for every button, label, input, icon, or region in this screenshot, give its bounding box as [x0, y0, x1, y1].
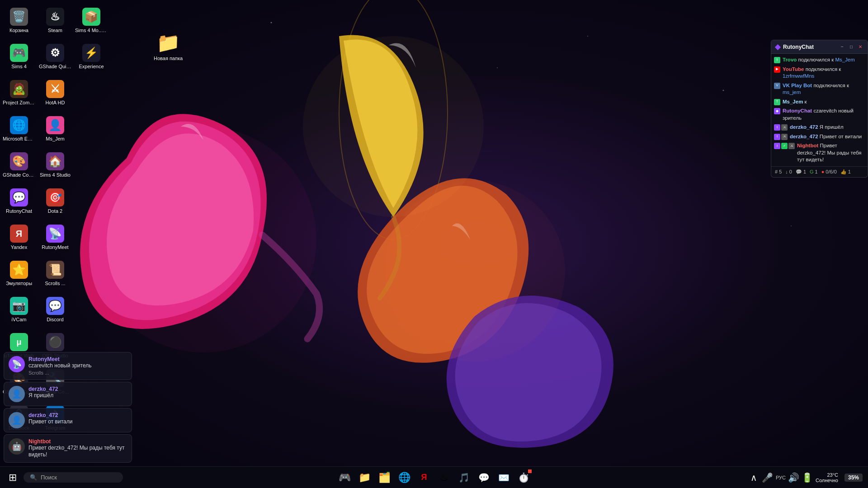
chat-badges-rutony-system: ◆ — [774, 108, 780, 114]
desktop-icon-msjem[interactable]: 👤 Ms_Jem — [38, 112, 72, 146]
desktop-icon-steam[interactable]: ♨ Steam — [38, 4, 72, 38]
rutony-chat-footer: # 5 ↓ 0 💬 1 G 1 ● 0/6/0 👍 1 — [771, 166, 868, 177]
desktop-icon-gshade-cp[interactable]: 🎨 GShade Control Panel — [2, 148, 36, 183]
taskbar-search[interactable]: 🔍 Поиск — [24, 472, 123, 483]
footer-down: ↓ 0 — [785, 169, 792, 174]
tray-mic-icon[interactable]: 🎤 — [762, 472, 773, 483]
desktop-icon-edge[interactable]: 🌐 Microsoft Edge — [2, 112, 36, 146]
svg-point-4 — [384, 181, 565, 361]
taskbar-music-icon[interactable]: 🎵 — [455, 469, 473, 487]
msjem-username[interactable]: Ms_Jem — [783, 99, 803, 104]
desktop-icon-ivcam[interactable]: 📷 iVCam — [2, 293, 36, 327]
svg-point-3 — [90, 127, 316, 352]
nightbot-twitch-badge: t — [774, 143, 780, 149]
rutony-maximize-button[interactable]: □ — [848, 43, 855, 51]
youtube-username[interactable]: YouTube — [783, 66, 804, 72]
chat-badges-vk: V — [774, 83, 780, 89]
tray-sound-icon[interactable]: 🔊 — [788, 472, 799, 483]
vk-link-channel[interactable]: ms_jem — [783, 89, 801, 95]
rutony-system-name: RutonyChat — [783, 108, 812, 113]
tray-power-icon[interactable]: 🔋 — [802, 472, 813, 483]
desktop-icon-discord[interactable]: 💬 Discord — [38, 293, 72, 327]
ivcam-icon: 📷 — [10, 297, 28, 315]
emulators-label: Эмуляторы — [6, 281, 32, 286]
discord-label: Discord — [47, 317, 63, 323]
desktop-icon-scrolls[interactable]: 📜 Scrolls ... — [38, 257, 72, 291]
windows-start-button[interactable]: ⊞ — [4, 469, 22, 487]
notif-avatar-derzko1: 👤 — [9, 386, 25, 402]
footer-thumb: 👍 1 — [840, 169, 851, 175]
youtube-link-channel[interactable]: 1zrfmwwfMns — [783, 73, 814, 79]
taskbar-right: ∧ 🎤 РУС 🔊 🔋 23°C Солнечно 35% — [743, 472, 868, 483]
trovo-link-msjem[interactable]: Ms_Jem — [835, 57, 854, 62]
sims4-icon: 🎮 — [10, 44, 28, 62]
desktop-icon-korzina[interactable]: 🗑️ Корзина — [2, 4, 36, 38]
stars-icon: # — [775, 169, 778, 174]
taskbar-discord-icon[interactable]: 💬 — [475, 469, 493, 487]
chat-msg-rutony-system-content: RutonyChat czarevitch новый зритель — [783, 108, 865, 122]
brightness-badge[interactable]: 35% — [844, 474, 863, 482]
vk-platform-badge: V — [774, 83, 780, 89]
vk-username[interactable]: VK Play Bot — [783, 83, 812, 88]
notif-text-nightbot: Привет derzko_472! Мы рады тебя тут виде… — [28, 445, 127, 459]
taskbar-game-icon[interactable]: 🎮 — [335, 469, 354, 487]
chat-msg-trovo-content: Trovo подключился к Ms_Jem — [783, 56, 855, 64]
notif-rutony[interactable]: 📡 RutonyMeet czarevitch новый зритель Sc… — [4, 352, 132, 380]
desktop-icon-sims4[interactable]: 🎮 Sims 4 — [2, 40, 36, 74]
taskbar-explorer-icon[interactable]: 🗂️ — [375, 469, 393, 487]
desktop-icon-sims4manager[interactable]: 📦 Sims 4 Mo... Manager — [74, 4, 108, 38]
chat-msg-vk: V VK Play Bot подключился к ms_jem — [774, 82, 865, 96]
edge-icon: 🌐 — [10, 116, 28, 134]
desktop-icon-rutonymeet[interactable]: 📡 RutonyMeet — [38, 221, 72, 255]
yandex-icon: Я — [10, 225, 28, 243]
chat-msg-msjem-content: Ms_Jem к — [783, 99, 807, 106]
trovo-username[interactable]: Trovo — [783, 57, 797, 62]
desktop-folder-new[interactable]: 📁 Новая папка — [154, 32, 183, 61]
taskbar-files-icon[interactable]: 📁 — [355, 469, 373, 487]
notif-text-rutony: czarevitch новый зритель — [28, 362, 127, 370]
rutonymeet-icon: 📡 — [46, 225, 64, 243]
weather-widget[interactable]: 23°C Солнечно — [816, 472, 838, 483]
desktop-icon-zomboid[interactable]: 🧟 Project Zomboid — [2, 76, 36, 110]
experience-icon: ⚡ — [82, 44, 100, 62]
weather-temp: 23°C — [827, 472, 838, 478]
chat-badges-youtube: ▶ — [774, 66, 780, 73]
desktop-icon-dota2[interactable]: 🎯 Dota 2 — [38, 184, 72, 219]
zomboid-label: Project Zomboid — [3, 100, 35, 106]
notif-nightbot[interactable]: 🤖 Nightbot Привет derzko_472! Мы рады те… — [4, 434, 132, 463]
rutony-chat-header: ◆ RutonyChat − □ ✕ — [771, 40, 868, 54]
notif-derzko1[interactable]: 👤 derzko_472 Я пришёл — [4, 382, 132, 406]
taskbar-clock-icon[interactable]: ⏱️ — [514, 469, 533, 487]
lang-indicator[interactable]: РУС — [776, 475, 786, 480]
tray-chevron[interactable]: ∧ — [749, 472, 760, 483]
derzko1-mod-badge: ⚔ — [781, 124, 788, 131]
notif-content-nightbot: Nightbot Привет derzko_472! Мы рады тебя… — [28, 438, 127, 459]
folder-icon: 📁 — [156, 32, 180, 54]
desktop-icon-sims4studio[interactable]: 🏠 Sims 4 Studio — [38, 148, 72, 183]
desktop-icon-hotahd[interactable]: ⚔ HotA HD — [38, 76, 72, 110]
g-icon: G — [810, 169, 814, 174]
rutony-close-button[interactable]: ✕ — [857, 43, 864, 51]
notif-derzko2[interactable]: 👤 derzko_472 Привет от витали — [4, 408, 132, 432]
chat-badges-nightbot: t ✓ ⚔ — [774, 143, 795, 149]
svg-point-8 — [791, 225, 792, 226]
derzko2-username[interactable]: derzko_472 — [790, 134, 818, 139]
derzko1-username[interactable]: derzko_472 — [790, 124, 818, 130]
chevron-up-icon: ∧ — [750, 472, 757, 483]
taskbar-yandex-icon[interactable]: Я — [415, 469, 433, 487]
taskbar-mail-icon[interactable]: ✉️ — [495, 469, 513, 487]
windows-logo-icon: ⊞ — [9, 472, 17, 483]
steam-icon: ♨ — [46, 8, 64, 26]
desktop-icon-yandex[interactable]: Я Yandex — [2, 221, 36, 255]
rutony-chat-messages: T Trovo подключился к Ms_Jem ▶ YouTube п… — [771, 54, 868, 166]
sims4manager-icon: 📦 — [82, 8, 100, 26]
taskbar-edge-icon[interactable]: 🌐 — [395, 469, 413, 487]
desktop-icon-gshade-qr[interactable]: ⚙ GShade Quick R... — [38, 40, 72, 74]
desktop-icon-rutony[interactable]: 💬 RutonyChat — [2, 184, 36, 219]
desktop-icon-experience[interactable]: ⚡ Experience — [74, 40, 108, 74]
taskbar-steam-icon[interactable]: ♨ — [435, 469, 453, 487]
notif-username-nightbot: Nightbot — [28, 438, 127, 445]
desktop-icon-emulators[interactable]: ⭐ Эмуляторы — [2, 257, 36, 291]
rutony-minimize-button[interactable]: − — [839, 43, 846, 51]
rutony-chat-title: ◆ RutonyChat — [775, 42, 814, 51]
